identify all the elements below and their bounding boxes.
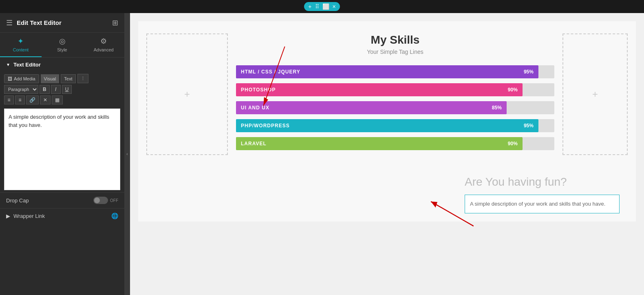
widget-toolbar: + ⠿ ⬜ × — [304, 2, 340, 11]
skill-percent-1: 95% — [524, 69, 534, 75]
wrapper-link-left: ▶ Wrapper Link — [6, 213, 45, 219]
skill-name-2: PHOTOSHOP — [241, 87, 276, 93]
tab-advanced[interactable]: ⚙ Advanced — [83, 33, 124, 57]
sidebar-title: Edit Text Editor — [17, 19, 62, 26]
add-media-button[interactable]: 🖼 Add Media — [4, 74, 39, 83]
skill-bar-html: HTML / CSS / JQUERY 95% — [236, 65, 554, 78]
toolbar-row3: ≡ ≡ 🔗 ✕ ▦ — [4, 95, 120, 104]
skills-section: + My Skills Your Simple Tag Lines HTML /… — [138, 21, 636, 167]
skill-track-3: UI AND UX 85% — [236, 101, 554, 114]
main-layout: ☰ Edit Text Editor ⊞ ✦ Content ◎ Style ⚙… — [0, 13, 644, 295]
sidebar: ☰ Edit Text Editor ⊞ ✦ Content ◎ Style ⚙… — [0, 13, 124, 295]
skill-bar-laravel: LARAVEL 90% — [236, 137, 554, 150]
toggle-track[interactable] — [93, 197, 108, 204]
drop-cap-row: Drop Cap OFF — [0, 192, 124, 208]
skill-track-1: HTML / CSS / JQUERY 95% — [236, 65, 554, 78]
fun-content: Are You having fun? A simple description… — [465, 175, 628, 213]
style-tab-icon: ◎ — [59, 37, 66, 46]
tab-content-label: Content — [13, 47, 29, 52]
drop-cap-toggle[interactable]: OFF — [93, 197, 118, 204]
underline-button[interactable]: U — [62, 85, 72, 94]
sidebar-header: ☰ Edit Text Editor ⊞ — [0, 13, 124, 33]
skill-fill-2: PHOTOSHOP 90% — [236, 83, 523, 96]
editor-toolbar: 🖼 Add Media Visual Text ⋮ Paragraph B I … — [0, 72, 124, 106]
skill-bar-uiux: UI AND UX 85% — [236, 101, 554, 114]
settings-widget-icon[interactable]: ⬜ — [322, 3, 329, 10]
right-placeholder[interactable]: + — [562, 33, 628, 155]
grid-icon[interactable]: ⊞ — [112, 18, 118, 27]
skill-fill-1: HTML / CSS / JQUERY 95% — [236, 65, 538, 78]
section-label: Text Editor — [13, 62, 41, 68]
skill-track-2: PHOTOSHOP 90% — [236, 83, 554, 96]
toggle-state-label: OFF — [110, 198, 118, 203]
drag-icon[interactable]: ⠿ — [315, 3, 319, 10]
drop-cap-label: Drop Cap — [6, 197, 29, 204]
skill-bar-php: PHP/WORDPRESS 95% — [236, 119, 554, 132]
text-button[interactable]: Text — [61, 74, 75, 83]
fun-text-box[interactable]: A simple description of your work and sk… — [465, 195, 620, 213]
wrapper-link-globe-icon: 🌐 — [111, 213, 118, 219]
skill-percent-5: 90% — [508, 141, 518, 146]
bold-button[interactable]: B — [40, 85, 50, 94]
wrapper-arrow-icon: ▶ — [6, 213, 10, 219]
skill-name-5: LARAVEL — [241, 141, 267, 146]
fun-section: Are You having fun? A simple description… — [138, 167, 636, 222]
unlink-button[interactable]: ✕ — [40, 95, 51, 104]
skill-name-1: HTML / CSS / JQUERY — [241, 69, 300, 75]
skill-fill-3: UI AND UX 85% — [236, 101, 507, 114]
tab-style[interactable]: ◎ Style — [42, 33, 83, 57]
skill-percent-3: 85% — [492, 105, 502, 111]
toolbar-row1: 🖼 Add Media Visual Text ⋮ — [4, 74, 120, 83]
toggle-thumb — [94, 197, 100, 203]
tab-content[interactable]: ✦ Content — [0, 33, 42, 57]
sidebar-header-left: ☰ Edit Text Editor — [6, 18, 62, 27]
skill-fill-5: LARAVEL 90% — [236, 137, 523, 150]
top-bar: + ⠿ ⬜ × — [0, 0, 644, 13]
skill-track-5: LARAVEL 90% — [236, 137, 554, 150]
fun-description: A simple description of your work and sk… — [470, 201, 605, 207]
skills-center: My Skills Your Simple Tag Lines HTML / C… — [236, 33, 554, 155]
skill-name-4: PHP/WORDPRESS — [241, 123, 290, 129]
skills-title: My Skills — [236, 33, 554, 47]
wrapper-link-label: Wrapper Link — [13, 213, 45, 219]
canvas-area: + My Skills Your Simple Tag Lines HTML /… — [130, 13, 644, 295]
skill-track-4: PHP/WORDPRESS 95% — [236, 119, 554, 132]
tab-style-label: Style — [57, 47, 67, 52]
align-center-button[interactable]: ≡ — [15, 95, 25, 104]
toolbar-more-button[interactable]: ⋮ — [77, 74, 88, 83]
link-button[interactable]: 🔗 — [26, 95, 39, 104]
content-tab-icon: ✦ — [18, 37, 24, 46]
visual-button[interactable]: Visual — [41, 74, 60, 83]
collapse-handle[interactable]: ‹ — [124, 13, 130, 295]
add-widget-icon[interactable]: + — [308, 3, 311, 10]
text-editor-section-header[interactable]: ▼ Text Editor — [0, 58, 124, 72]
table-button[interactable]: ▦ — [52, 95, 63, 104]
fun-title: Are You having fun? — [465, 175, 628, 189]
italic-button[interactable]: I — [51, 85, 61, 94]
format-select[interactable]: Paragraph — [4, 85, 38, 94]
right-plus-icon: + — [592, 89, 598, 100]
skill-name-3: UI AND UX — [241, 105, 269, 111]
align-left-button[interactable]: ≡ — [4, 95, 14, 104]
skills-subtitle: Your Simple Tag Lines — [236, 49, 554, 55]
skill-fill-4: PHP/WORDPRESS 95% — [236, 119, 538, 132]
left-plus-icon: + — [184, 89, 190, 100]
hamburger-icon[interactable]: ☰ — [6, 18, 13, 27]
sidebar-tabs: ✦ Content ◎ Style ⚙ Advanced — [0, 33, 124, 58]
toolbar-row2: Paragraph B I U — [4, 85, 120, 94]
skill-bar-photoshop: PHOTOSHOP 90% — [236, 83, 554, 96]
close-widget-icon[interactable]: × — [333, 3, 336, 10]
advanced-tab-icon: ⚙ — [100, 37, 107, 46]
tab-advanced-label: Advanced — [94, 47, 114, 52]
add-media-icon: 🖼 — [8, 76, 12, 81]
skill-percent-2: 90% — [508, 87, 518, 93]
skill-percent-4: 95% — [524, 123, 534, 129]
section-arrow-icon: ▼ — [6, 62, 10, 67]
left-placeholder[interactable]: + — [146, 33, 228, 155]
text-editor-content[interactable]: A simple description of your work and sk… — [4, 109, 120, 190]
wrapper-link-row[interactable]: ▶ Wrapper Link 🌐 — [0, 208, 124, 223]
